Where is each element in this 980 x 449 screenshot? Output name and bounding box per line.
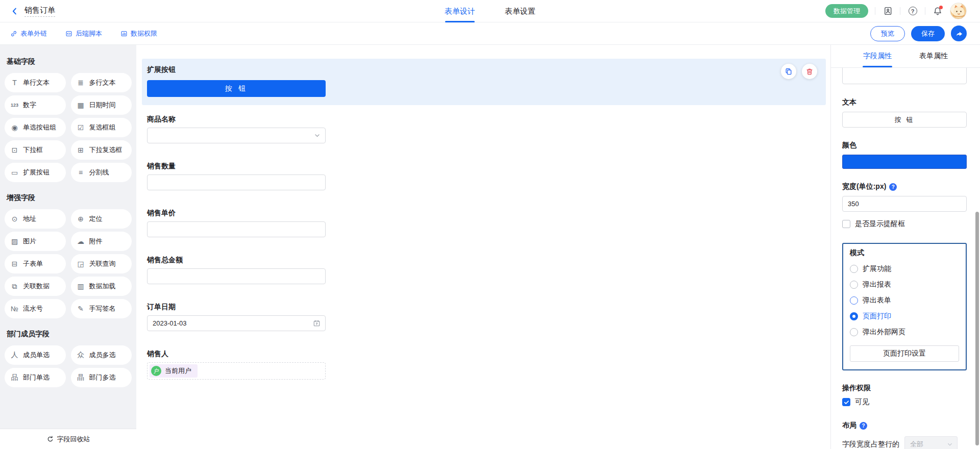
- mode-option-extend-function[interactable]: 扩展功能: [850, 264, 959, 273]
- palette-item-label: 地址: [23, 214, 36, 223]
- visible-checkbox[interactable]: [842, 398, 850, 406]
- copy-field-button[interactable]: [781, 64, 796, 79]
- radio-icon[interactable]: [850, 281, 858, 289]
- page-print-settings-button[interactable]: 页面打印设置: [850, 345, 959, 362]
- salesperson-picker[interactable]: 户 当前用户: [147, 362, 326, 380]
- data-manage-button[interactable]: 数据管理: [825, 4, 868, 18]
- contacts-button[interactable]: [882, 6, 893, 17]
- palette-item-checkbox-group[interactable]: ☑复选框组: [71, 118, 132, 137]
- reminder-checkbox-row[interactable]: 是否显示提醒框: [842, 219, 967, 229]
- tab-form-properties[interactable]: 表单属性: [919, 45, 948, 67]
- palette-item-label: 分割线: [89, 168, 109, 177]
- button-text-input[interactable]: 按 钮: [842, 112, 967, 128]
- palette-item-linked-query[interactable]: ◲关联查询: [71, 254, 132, 273]
- radio-checked-icon[interactable]: [850, 312, 858, 320]
- width-help-icon[interactable]: ?: [889, 183, 897, 191]
- mode-option-popup-external-page[interactable]: 弹出外部网页: [850, 328, 959, 337]
- field-label: 商品名称: [147, 115, 326, 124]
- palette-item-label: 成员单选: [23, 351, 50, 360]
- delete-field-button[interactable]: [802, 64, 817, 79]
- mode-option-popup-form[interactable]: 弹出表单: [850, 296, 959, 305]
- help-button[interactable]: ?: [907, 6, 918, 17]
- color-swatch[interactable]: [842, 155, 967, 169]
- palette-item-label: 单行文本: [23, 78, 50, 87]
- radio-label: 扩展功能: [863, 264, 891, 273]
- backend-script-button[interactable]: 后端脚本: [65, 29, 102, 38]
- tab-form-design[interactable]: 表单设计: [445, 0, 475, 22]
- layout-help-icon[interactable]: ?: [860, 422, 867, 430]
- palette-item-multi-line-text[interactable]: ≣多行文本: [71, 73, 132, 92]
- width-input[interactable]: 350: [842, 196, 967, 212]
- save-button[interactable]: 保存: [911, 26, 945, 41]
- palette-item-number[interactable]: 123数字: [5, 95, 66, 115]
- palette-item-extend-button[interactable]: ▭扩展按钮: [5, 163, 66, 182]
- field-palette-scroll: 基础字段 T单行文本 ≣多行文本 123数字 ▦日期时间 ◉单选按钮组 ☑复选框…: [0, 45, 136, 429]
- extend-button-preview[interactable]: 按 钮: [147, 80, 326, 97]
- tab-field-properties[interactable]: 字段属性: [863, 45, 892, 67]
- scrolled-input-partial: [842, 68, 967, 85]
- field-recycle-bin-button[interactable]: 字段回收站: [0, 429, 136, 449]
- external-link-button[interactable]: 表单外链: [10, 29, 47, 38]
- palette-item-subform[interactable]: ⊟子表单: [5, 254, 66, 273]
- palette-item-attachment[interactable]: ☁附件: [71, 232, 132, 251]
- data-permission-icon: [120, 30, 128, 37]
- panel-scrollbar-thumb[interactable]: [975, 212, 979, 445]
- product-name-select[interactable]: [147, 128, 326, 143]
- palette-item-label: 复选框组: [89, 123, 116, 132]
- palette-item-divider-line[interactable]: ≡分割线: [71, 163, 132, 182]
- attachment-icon: ☁: [77, 237, 85, 245]
- palette-item-dropdown[interactable]: ⊡下拉框: [5, 140, 66, 160]
- preview-button[interactable]: 预览: [870, 26, 905, 41]
- top-header: 销售订单 表单设计 表单设置 数据管理 ?: [0, 0, 980, 22]
- form-toolbar: 表单外链 后端脚本 数据权限 预览 保存: [0, 22, 980, 45]
- palette-item-department-multi[interactable]: 晶部门多选: [71, 368, 132, 387]
- palette-item-data-load[interactable]: ▥数据加载: [71, 277, 132, 296]
- total-amount-input[interactable]: [147, 268, 326, 284]
- data-permission-button[interactable]: 数据权限: [120, 29, 157, 38]
- field-label: 销售总金额: [147, 256, 326, 265]
- notification-badge: [939, 6, 943, 9]
- sales-qty-input[interactable]: [147, 174, 326, 190]
- serial-number-icon: №: [10, 305, 19, 313]
- selected-field-extend-button[interactable]: 扩展按钮 按 钮: [142, 59, 826, 105]
- palette-item-image[interactable]: ▨图片: [5, 232, 66, 251]
- visible-checkbox-row[interactable]: 可见: [842, 397, 967, 407]
- number-icon: 123: [10, 103, 19, 108]
- tab-form-settings[interactable]: 表单设置: [505, 0, 535, 22]
- palette-item-address[interactable]: ⊙地址: [5, 209, 66, 229]
- back-button[interactable]: [9, 6, 20, 17]
- mode-option-page-print[interactable]: 页面打印: [850, 312, 959, 321]
- palette-item-linked-data[interactable]: ⧉关联数据: [5, 277, 66, 296]
- department-multi-icon: 晶: [77, 373, 85, 382]
- palette-item-label: 单选按钮组: [23, 123, 56, 132]
- palette-item-member-single[interactable]: 人成员单选: [5, 345, 66, 365]
- radio-icon[interactable]: [850, 328, 858, 336]
- palette-item-signature[interactable]: ✎手写签名: [71, 299, 132, 318]
- unit-price-input[interactable]: [147, 221, 326, 237]
- reminder-checkbox[interactable]: [842, 220, 850, 228]
- palette-item-radio-group[interactable]: ◉单选按钮组: [5, 118, 66, 137]
- palette-item-single-line-text[interactable]: T单行文本: [5, 73, 66, 92]
- palette-item-multi-dropdown[interactable]: ⊞下拉复选框: [71, 140, 132, 160]
- notifications-button[interactable]: [932, 6, 943, 17]
- radio-icon[interactable]: [850, 296, 858, 305]
- mode-label: 模式: [850, 248, 959, 258]
- radio-label: 弹出表单: [863, 296, 891, 305]
- form-title[interactable]: 销售订单: [24, 6, 55, 17]
- palette-item-member-multi[interactable]: 众成员多选: [71, 345, 132, 365]
- mode-option-popup-report[interactable]: 弹出报表: [850, 280, 959, 289]
- partial-input-box[interactable]: [842, 68, 967, 84]
- subform-icon: ⊟: [10, 260, 19, 268]
- palette-item-locate[interactable]: ⊕定位: [71, 209, 132, 229]
- layout-width-select[interactable]: 全部: [904, 436, 958, 449]
- radio-icon[interactable]: [850, 265, 858, 273]
- order-date-input[interactable]: 2023-01-03: [147, 315, 326, 331]
- current-user-tag[interactable]: 户 当前用户: [150, 364, 198, 378]
- share-button[interactable]: [951, 26, 967, 41]
- palette-item-datetime[interactable]: ▦日期时间: [71, 95, 132, 115]
- palette-item-serial-number[interactable]: №流水号: [5, 299, 66, 318]
- palette-item-department-single[interactable]: 品部门单选: [5, 368, 66, 387]
- field-group-sales-qty: 销售数量: [147, 162, 326, 190]
- check-icon: [844, 400, 849, 405]
- user-avatar[interactable]: [950, 3, 967, 19]
